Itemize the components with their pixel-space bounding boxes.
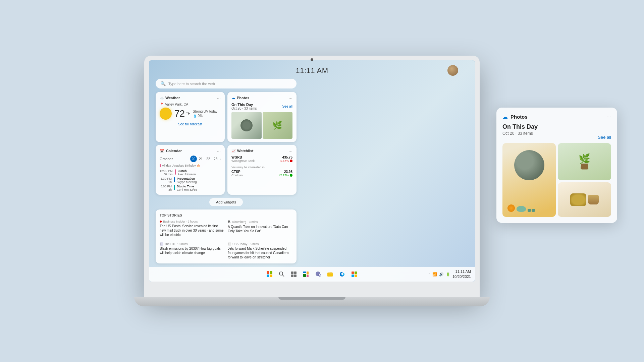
taskbar-search-icon xyxy=(279,271,285,277)
photo-circle-element xyxy=(240,119,253,131)
laptop-screen-bezel: 11:11 AM 🔍 Type here to search the web xyxy=(144,56,480,297)
popup-title: Photos xyxy=(511,114,528,120)
taskbar-taskview-button[interactable] xyxy=(288,269,299,280)
weather-conditions: Strong UV today 💧 0% xyxy=(193,110,217,118)
calendar-day-today[interactable]: 20 xyxy=(190,156,197,162)
calendar-menu-icon[interactable]: ··· xyxy=(217,148,221,154)
cups-element xyxy=(528,209,535,212)
popup-see-all-button[interactable]: See all xyxy=(598,135,611,140)
svg-point-11 xyxy=(330,114,462,221)
laptop-base-notch xyxy=(278,297,345,300)
popup-date-items: Oct 20 · 33 items xyxy=(502,131,538,136)
svg-text:+: + xyxy=(319,275,320,277)
widgets-panel: 🔍 Type here to search the web ☁️ Weather xyxy=(156,79,297,263)
stock-ctsp-price: 23.98 +2.23% xyxy=(278,170,292,177)
weather-icon: ☁️ xyxy=(160,96,164,100)
calendar-nav-forward[interactable]: › xyxy=(220,157,221,161)
add-widgets-button[interactable]: Add widgets xyxy=(209,198,243,206)
taskbar-widgets-button[interactable] xyxy=(301,269,311,280)
stock-interested-label: You may be interested in xyxy=(231,166,292,169)
event-bar-studio xyxy=(174,185,175,190)
store-icon xyxy=(351,271,357,277)
svg-rect-33 xyxy=(355,275,357,277)
avatar-image xyxy=(447,65,458,76)
svg-point-12 xyxy=(376,147,416,188)
svg-rect-20 xyxy=(303,272,306,273)
chat-icon: + xyxy=(315,271,321,277)
watchlist-widget: 📈 Watchlist ··· WGRB Woodgrove Bank xyxy=(227,145,297,195)
weather-title: Weather xyxy=(165,96,180,100)
popup-header: ☁ Photos ··· xyxy=(502,114,611,120)
photos-popup-card: ☁ Photos ··· On This Day Oct 20 · 33 ite… xyxy=(496,108,617,223)
news-article-4[interactable]: U USA Today · 5 mins Jets forward Mark S… xyxy=(228,242,292,259)
news-article-3[interactable]: H The Hill · 18 mins Slash emissions by … xyxy=(160,242,224,259)
calendar-icon: 📅 xyxy=(160,149,164,153)
taskbar-search-button[interactable] xyxy=(276,269,287,280)
svg-rect-22 xyxy=(307,272,309,275)
popup-menu-button[interactable]: ··· xyxy=(607,114,611,120)
wifi-icon[interactable]: 📶 xyxy=(432,272,437,277)
popup-photo-plant[interactable]: 🌿 xyxy=(558,143,611,180)
precip-value: 0% xyxy=(198,114,203,118)
widgets-grid: ☁️ Weather ··· 📍 Valley Park, CA xyxy=(156,92,297,195)
popup-circle xyxy=(514,150,544,180)
forecast-link[interactable]: See full forecast xyxy=(160,122,221,126)
popup-photo-pillow[interactable] xyxy=(558,182,611,217)
news-article-2[interactable]: B Bloomberg · 3 mins A Quant's Take on I… xyxy=(228,220,292,237)
stock-wgrb-row: WGRB Woodgrove Bank 435.75 -1.67% xyxy=(231,156,292,163)
taskbar-chat-button[interactable]: + xyxy=(313,269,323,280)
photos-cloud-icon: ☁ xyxy=(231,96,235,100)
popup-info: On This Day Oct 20 · 33 items xyxy=(502,123,538,140)
hill-icon: H xyxy=(160,242,163,246)
photos-on-this-day: On This Day Oct 20 · 33 items xyxy=(231,103,257,110)
weather-header: ☁️ Weather ··· xyxy=(160,95,221,101)
taskbar-clock[interactable]: 11:11 AM 10/20/2021 xyxy=(452,269,471,280)
svg-rect-21 xyxy=(303,274,306,277)
weather-temp-block: 72 °F xyxy=(174,108,190,119)
taskbar: + xyxy=(149,267,475,282)
calendar-day-23[interactable]: 23 xyxy=(212,156,219,162)
taskbar-explorer-button[interactable] xyxy=(325,269,335,280)
photos-section: On This Day xyxy=(231,103,257,107)
news-article-1[interactable]: Business Insider · 2 hours The US Postal… xyxy=(160,220,224,237)
photo-thumb-plant[interactable]: 🌿 xyxy=(263,112,293,139)
location-text: Valley Park, CA xyxy=(165,103,188,106)
svg-point-5 xyxy=(330,114,462,221)
taskbar-store-button[interactable] xyxy=(349,269,360,280)
volume-icon[interactable]: 🔊 xyxy=(439,272,444,277)
taskbar-edge-button[interactable] xyxy=(337,269,347,280)
search-bar[interactable]: 🔍 Type here to search the web xyxy=(156,79,297,88)
search-placeholder: Type here to search the web xyxy=(168,82,215,86)
battery-icon[interactable]: 🔋 xyxy=(446,272,450,277)
svg-rect-30 xyxy=(352,272,354,274)
clock-display: 11:11 AM xyxy=(296,66,328,75)
popup-photo-large[interactable] xyxy=(502,143,556,217)
all-day-bar xyxy=(160,164,161,167)
stock-ctsp-info: CTSP Contoso xyxy=(231,170,243,177)
calendar-all-day: All day Angela's Birthday 🎂 xyxy=(160,164,221,167)
windows-logo xyxy=(267,271,273,277)
event-details-presentation: Presentation Skype Meeting xyxy=(177,177,197,184)
watchlist-header: 📈 Watchlist ··· xyxy=(231,148,292,154)
add-widgets-section: Add widgets xyxy=(156,198,297,206)
user-avatar[interactable] xyxy=(447,65,458,76)
calendar-day-21[interactable]: 21 xyxy=(198,156,204,162)
photo-thumb-circle[interactable] xyxy=(231,112,262,139)
weather-temp-row: 72 °F Strong UV today 💧 0% xyxy=(160,108,221,120)
calendar-day-22[interactable]: 22 xyxy=(205,156,212,162)
popup-items: 33 items xyxy=(518,131,533,136)
photos-see-all[interactable]: See all xyxy=(282,105,292,108)
svg-point-13 xyxy=(386,158,406,178)
photos-menu-icon[interactable]: ··· xyxy=(288,95,292,101)
basket-element xyxy=(588,195,599,204)
watchlist-menu-icon[interactable]: ··· xyxy=(288,148,292,154)
temperature-value: 72 xyxy=(174,108,185,119)
win-logo-yellow xyxy=(270,275,272,277)
start-button[interactable] xyxy=(264,269,275,280)
clock-time: 11:11 AM xyxy=(296,66,328,75)
calendar-event-presentation: 1:30 PM 1h Presentation Skype Meeting xyxy=(160,177,221,184)
orange-element xyxy=(507,204,515,212)
weather-menu-icon[interactable]: ··· xyxy=(217,95,221,101)
tray-chevron[interactable]: ^ xyxy=(429,272,430,276)
watchlist-title-row: 📈 Watchlist xyxy=(231,149,254,153)
